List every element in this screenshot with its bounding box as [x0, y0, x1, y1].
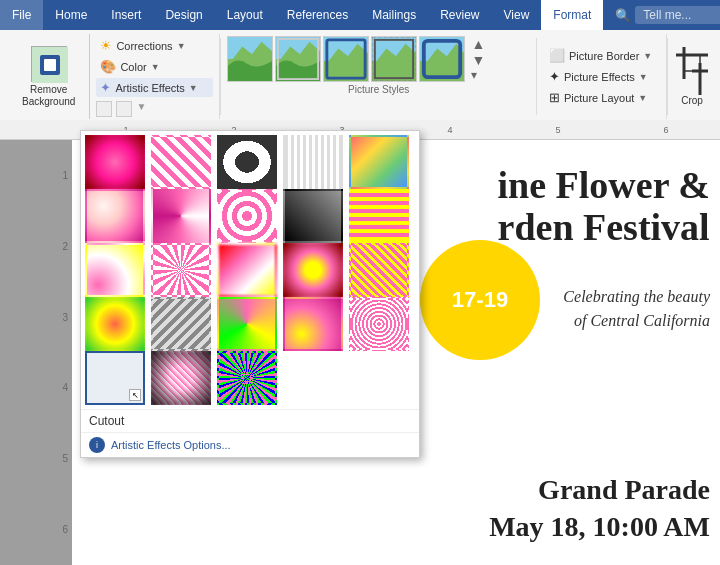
style-thumb-1[interactable] — [227, 36, 273, 82]
tab-format[interactable]: Format — [541, 0, 603, 30]
artistic-effects-button[interactable]: ✦ Artistic Effects ▼ — [96, 78, 213, 97]
tab-review[interactable]: Review — [428, 0, 491, 30]
crop-icon — [676, 47, 708, 95]
effect-cell-5[interactable] — [349, 135, 409, 189]
title-line-2: rden Festival — [498, 207, 710, 249]
picture-effects-button[interactable]: ✦ Picture Effects ▼ — [545, 67, 658, 86]
corrections-button[interactable]: ☀ Corrections ▼ — [96, 36, 213, 55]
subtitle-line-2: of Central California — [563, 309, 710, 333]
effect-cell-20[interactable] — [349, 297, 409, 351]
options-icon: i — [89, 437, 105, 453]
tab-mailings[interactable]: Mailings — [360, 0, 428, 30]
event-details: Grand Parade May 18, 10:00 AM — [489, 472, 710, 545]
tab-insert[interactable]: Insert — [99, 0, 153, 30]
tell-me-input[interactable] — [635, 6, 720, 24]
parade-date: May 18, 10:00 AM — [489, 509, 710, 545]
picture-styles-label: Picture Styles — [227, 84, 530, 95]
effect-cell-19[interactable] — [283, 297, 343, 351]
event-title: ine Flower & rden Festival — [498, 165, 710, 249]
ruler-side — [0, 120, 72, 140]
svg-rect-22 — [684, 55, 700, 71]
effect-cell-11[interactable] — [85, 243, 145, 297]
picture-layout-label: Picture Layout — [564, 92, 634, 104]
tab-file[interactable]: File — [0, 0, 43, 30]
remove-background-icon — [31, 46, 67, 82]
styles-scroll-more[interactable]: ▾ — [469, 68, 487, 82]
styles-scroll-up[interactable]: ▲ — [469, 36, 487, 52]
effect-cell-cutout[interactable]: ↖ — [85, 351, 145, 405]
layout-icon: ⊞ — [549, 90, 560, 105]
effect-tooltip: Cutout — [81, 409, 419, 432]
title-line-1: ine Flower & — [498, 165, 710, 207]
adjust-group: ☀ Corrections ▼ 🎨 Color ▼ ✦ Artistic Eff… — [90, 34, 220, 119]
effect-cell-7[interactable] — [151, 189, 211, 243]
expand-arrow: ▼ — [136, 101, 146, 117]
artistic-effects-label: Artistic Effects — [115, 82, 184, 94]
effect-cell-23[interactable] — [217, 351, 277, 405]
remove-background-label: RemoveBackground — [22, 84, 75, 108]
color-dropdown-arrow: ▼ — [151, 62, 160, 72]
style-thumb-5[interactable] — [419, 36, 465, 82]
styles-row — [227, 36, 465, 82]
effect-cell-2[interactable] — [151, 135, 211, 189]
effect-cell-9[interactable] — [283, 189, 343, 243]
effect-cell-4[interactable] — [283, 135, 343, 189]
date-badge: 17-19 — [420, 240, 540, 360]
subtitle-line-1: Celebrating the beauty — [563, 285, 710, 309]
page-numbers: 1 2 3 4 5 6 — [0, 140, 72, 565]
tab-home[interactable]: Home — [43, 0, 99, 30]
effect-cell-17[interactable] — [151, 297, 211, 351]
layout-dropdown-arrow: ▼ — [638, 93, 647, 103]
cursor-indicator: ↖ — [129, 389, 141, 401]
adjust-extra-icons: ▼ — [96, 101, 213, 117]
color-button[interactable]: 🎨 Color ▼ — [96, 57, 213, 76]
picture-border-label: Picture Border — [569, 50, 639, 62]
effect-cell-10[interactable] — [349, 189, 409, 243]
remove-background-group: RemoveBackground — [8, 34, 90, 119]
border-icon: ⬜ — [549, 48, 565, 63]
tab-view[interactable]: View — [492, 0, 542, 30]
artistic-effects-options-link[interactable]: Artistic Effects Options... — [111, 439, 231, 451]
style-thumb-3[interactable] — [323, 36, 369, 82]
crop-label: Crop — [681, 95, 703, 106]
artistic-icon: ✦ — [100, 80, 111, 95]
picture-effects-label: Picture Effects — [564, 71, 635, 83]
artistic-dropdown-arrow: ▼ — [189, 83, 198, 93]
effect-cell-22[interactable] — [151, 351, 211, 405]
color-icon: 🎨 — [100, 59, 116, 74]
date-range: 17-19 — [452, 287, 508, 313]
compress-icon — [96, 101, 112, 117]
left-margin: 1 2 3 4 5 6 — [0, 120, 72, 565]
picture-border-button[interactable]: ⬜ Picture Border ▼ — [545, 46, 658, 65]
color-label: Color — [120, 61, 146, 73]
search-icon: 🔍 — [615, 8, 631, 23]
effect-cell-8[interactable] — [217, 189, 277, 243]
corrections-label: Corrections — [116, 40, 172, 52]
event-subtitle: Celebrating the beauty of Central Califo… — [563, 285, 710, 333]
tell-me-bar[interactable]: 🔍 — [603, 0, 720, 30]
tab-references[interactable]: References — [275, 0, 360, 30]
effect-cell-12[interactable] — [151, 243, 211, 297]
effect-cell-3[interactable] — [217, 135, 277, 189]
effect-cell-18[interactable] — [217, 297, 277, 351]
remove-background-button[interactable]: RemoveBackground — [14, 42, 83, 112]
border-dropdown-arrow: ▼ — [643, 51, 652, 61]
style-thumb-4[interactable] — [371, 36, 417, 82]
effect-cell-15[interactable] — [349, 243, 409, 297]
effect-cell-1[interactable] — [85, 135, 145, 189]
tab-design[interactable]: Design — [153, 0, 214, 30]
effect-cell-16[interactable] — [85, 297, 145, 351]
effect-cell-14[interactable] — [283, 243, 343, 297]
options-row: i Artistic Effects Options... — [81, 432, 419, 457]
picture-format-group: ⬜ Picture Border ▼ ✦ Picture Effects ▼ ⊞… — [537, 34, 667, 119]
effect-cell-6[interactable] — [85, 189, 145, 243]
picture-layout-button[interactable]: ⊞ Picture Layout ▼ — [545, 88, 658, 107]
artistic-effects-dropdown: ↖ Cutout i Artistic Effects Options... — [80, 130, 420, 458]
style-thumb-2[interactable] — [275, 36, 321, 82]
styles-scroll-down[interactable]: ▼ — [469, 52, 487, 68]
tab-layout[interactable]: Layout — [215, 0, 275, 30]
effect-cell-13[interactable] — [217, 243, 277, 297]
styles-scroll-area: ▲ ▼ ▾ — [227, 36, 530, 82]
ribbon-content: RemoveBackground ☀ Corrections ▼ 🎨 Color… — [0, 30, 720, 125]
effects-dropdown-arrow: ▼ — [639, 72, 648, 82]
